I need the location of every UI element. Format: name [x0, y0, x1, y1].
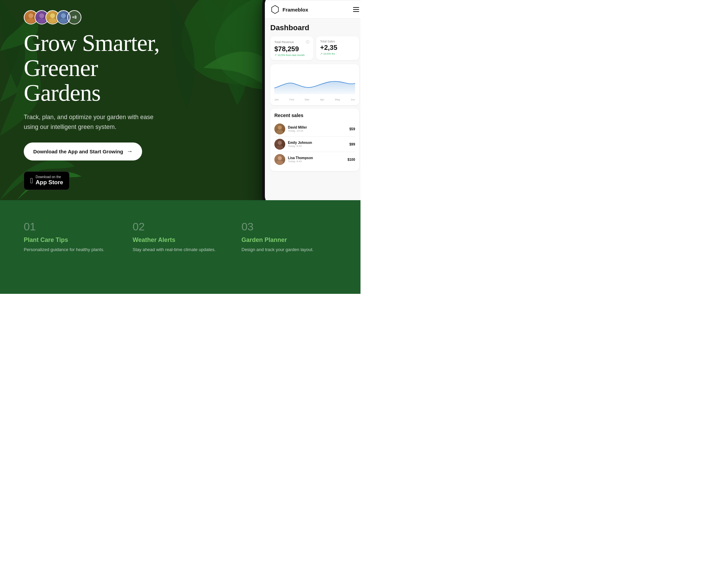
cta-arrow-icon: → — [126, 148, 133, 155]
recent-sales-title: Recent sales — [274, 113, 355, 118]
sale-name-3: Lisa Thompson — [288, 156, 345, 160]
feature-1-number: 01 — [24, 221, 119, 233]
chart-area: Jan Feb Mar Apr May Jun — [270, 64, 359, 105]
metric-revenue-value: $78,259 — [274, 45, 309, 53]
sale-info-1: David Miller Today, 10:34 — [288, 126, 347, 132]
sale-avatar-2 — [274, 139, 285, 150]
chart-label-jun: Jun — [351, 98, 355, 101]
feature-3-number: 03 — [241, 221, 337, 233]
sale-avatar-1 — [274, 124, 285, 134]
svg-point-19 — [276, 160, 283, 165]
svg-point-6 — [28, 13, 33, 18]
metric-revenue-label: Total Revenue ⓘ — [274, 40, 309, 44]
phone-nav: Frameblox — [265, 1, 360, 19]
sale-time-3: Today, 8:49 — [288, 160, 345, 163]
svg-point-8 — [39, 13, 44, 18]
metric-sales-change: ↗ 10,5% fro — [320, 52, 355, 55]
metrics-row: Total Revenue ⓘ $78,259 ↗ 10,5% from las… — [270, 36, 359, 60]
phone-mockup: 9:41 ▐▐▐ ∿ ▭ Fram — [262, 0, 360, 200]
feature-1-desc: Personalized guidance for healthy plants… — [24, 246, 119, 253]
feature-1: 01 Plant Care Tips Personalized guidance… — [24, 221, 119, 273]
feature-3-desc: Design and track your garden layout. — [241, 246, 337, 253]
hero-title: Grow Smarter, Greener Gardens — [24, 31, 176, 106]
sale-row-2: Emily Johnson Today, 8:49 $99 — [274, 137, 355, 152]
svg-point-10 — [50, 13, 55, 18]
sale-name-1: David Miller — [288, 126, 347, 129]
feature-2-desc: Stay ahead with real-time climate update… — [133, 246, 228, 253]
chart-label-jan: Jan — [274, 98, 279, 101]
info-icon: ⓘ — [306, 40, 309, 44]
metric-sales-label: Total Sales — [320, 40, 355, 43]
phone-frame: 9:41 ▐▐▐ ∿ ▭ Fram — [262, 0, 360, 200]
feature-3: 03 Garden Planner Design and track your … — [241, 221, 337, 273]
cta-button[interactable]: Download the App and Start Growing → — [24, 143, 142, 160]
cta-label: Download the App and Start Growing — [33, 149, 123, 154]
svg-point-12 — [61, 13, 66, 18]
avatar-group: +8 — [24, 10, 176, 24]
brand-name: Frameblox — [282, 7, 308, 13]
sale-avatar-3 — [274, 154, 285, 165]
metric-revenue-change: ↗ 10,5% from last month — [274, 54, 309, 57]
app-store-top-label: Download on the — [36, 175, 63, 179]
hero-section: +8 Grow Smarter, Greener Gardens Track, … — [0, 0, 360, 200]
chart-labels: Jan Feb Mar Apr May Jun — [274, 98, 355, 101]
sale-name-2: Emily Johnson — [288, 141, 347, 145]
svg-point-17 — [276, 145, 283, 149]
svg-point-7 — [27, 18, 35, 23]
svg-point-13 — [59, 18, 67, 23]
revenue-chart — [274, 68, 355, 95]
feature-3-title: Garden Planner — [241, 236, 337, 244]
chart-label-feb: Feb — [289, 98, 294, 101]
chart-label-apr: Apr — [320, 98, 324, 101]
metric-revenue-card: Total Revenue ⓘ $78,259 ↗ 10,5% from las… — [270, 36, 313, 60]
sale-time-2: Today, 8:49 — [288, 145, 347, 148]
sale-row-3: Lisa Thompson Today, 8:49 $100 — [274, 152, 355, 167]
sale-row-1: David Miller Today, 10:34 $59 — [274, 121, 355, 137]
feature-2-number: 02 — [133, 221, 228, 233]
svg-point-11 — [48, 18, 57, 23]
apple-icon:  — [30, 177, 33, 185]
chart-label-may: May — [335, 98, 340, 101]
svg-point-14 — [278, 126, 282, 130]
hamburger-line-1 — [353, 7, 359, 8]
sale-amount-3: $100 — [348, 158, 355, 162]
phone-logo: Frameblox — [270, 5, 308, 14]
sale-amount-1: $59 — [349, 127, 355, 131]
sale-info-3: Lisa Thompson Today, 8:49 — [288, 156, 345, 163]
svg-point-18 — [278, 156, 282, 160]
hamburger-line-3 — [353, 11, 359, 12]
phone-screen: Frameblox Dashboard — [265, 1, 360, 200]
phone-body: Dashboard Total Revenue ⓘ $78,259 ↗ 10,5… — [265, 19, 360, 176]
hamburger-icon[interactable] — [353, 7, 359, 12]
app-store-badge-text: Download on the App Store — [36, 175, 63, 186]
feature-1-title: Plant Care Tips — [24, 236, 119, 244]
app-store-bottom-label: App Store — [36, 179, 63, 186]
hero-subtitle: Track, plan, and optimize your garden wi… — [24, 112, 166, 132]
sale-info-2: Emily Johnson Today, 8:49 — [288, 141, 347, 148]
feature-2: 02 Weather Alerts Stay ahead with real-t… — [133, 221, 228, 273]
svg-point-15 — [276, 130, 283, 134]
hamburger-line-2 — [353, 9, 359, 10]
avatar-count: +8 — [67, 10, 81, 24]
brand-hex-icon — [270, 5, 280, 14]
sale-amount-2: $99 — [349, 143, 355, 146]
app-store-badge[interactable]:  Download on the App Store — [24, 171, 70, 190]
svg-point-9 — [38, 18, 46, 23]
metric-sales-value: +2,35 — [320, 44, 355, 52]
svg-point-16 — [278, 141, 282, 145]
chart-label-mar: Mar — [305, 98, 310, 101]
hero-content: +8 Grow Smarter, Greener Gardens Track, … — [0, 10, 176, 190]
feature-2-title: Weather Alerts — [133, 236, 228, 244]
metric-sales-card: Total Sales +2,35 ↗ 10,5% fro — [316, 36, 359, 60]
dashboard-title: Dashboard — [270, 23, 359, 32]
recent-sales-section: Recent sales David Miller Today, 10:34 $… — [270, 109, 359, 171]
sale-time-1: Today, 10:34 — [288, 129, 347, 132]
features-section: 01 Plant Care Tips Personalized guidance… — [0, 200, 360, 294]
